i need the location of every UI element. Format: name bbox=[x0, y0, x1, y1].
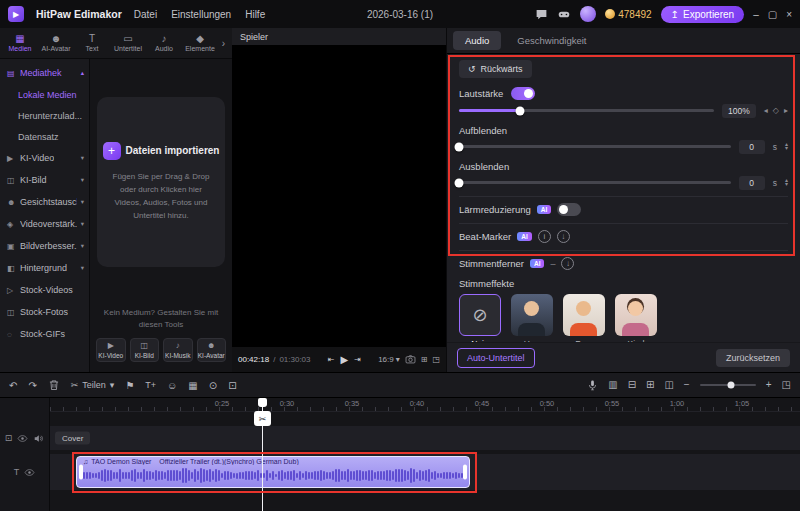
maximize-button[interactable]: ▢ bbox=[768, 9, 777, 20]
audio-clip[interactable]: ♫ TAO Demon Slayer _ Offizieller Trailer… bbox=[76, 456, 470, 488]
sticker-button[interactable]: ☺ bbox=[167, 380, 177, 391]
trim-handle-left[interactable] bbox=[79, 465, 83, 480]
minimize-button[interactable]: – bbox=[753, 9, 759, 20]
lock-track-icon[interactable]: ⊡ bbox=[5, 434, 13, 443]
sidebar-item-stock-videos[interactable]: ▷ Stock-Videos bbox=[0, 279, 89, 301]
fit-timeline-button[interactable]: ◳ bbox=[782, 379, 791, 390]
sidebar-item-stock-fotos[interactable]: ◫ Stock-Fotos bbox=[0, 301, 89, 323]
cut-at-playhead-button[interactable]: ✂ bbox=[254, 411, 271, 426]
prev-frame-button[interactable]: ⇤ bbox=[328, 355, 335, 364]
close-button[interactable]: × bbox=[786, 9, 792, 20]
mosaic-button[interactable]: ▦ bbox=[188, 380, 197, 391]
tool-ki-musik-button[interactable]: ♪ KI-Musik bbox=[163, 338, 193, 362]
timeline-zoom-slider[interactable] bbox=[700, 384, 756, 386]
tab-audio[interactable]: ♪ Audio bbox=[146, 34, 182, 52]
sidebar-item-mediathek[interactable]: ▤ Mediathek ▴ bbox=[0, 62, 89, 84]
zoom-in-button[interactable]: + bbox=[766, 379, 772, 390]
zoom-out-button[interactable]: − bbox=[684, 379, 690, 390]
tab-medien[interactable]: ▦ Medien bbox=[2, 34, 38, 52]
tool-ki-bild-button[interactable]: ◫ KI-Bild bbox=[130, 338, 160, 362]
timeline-ruler[interactable]: 0:25 0:30 0:35 0:40 0:45 0:50 0:55 1:00 … bbox=[50, 398, 800, 412]
reverse-button[interactable]: ↺ Rückwärts bbox=[459, 60, 532, 78]
player-header: Spieler bbox=[232, 28, 446, 46]
track-view-3-button[interactable]: ⊞ bbox=[646, 379, 654, 390]
sidebar-item-stock-gifs[interactable]: ◌ Stock-GIFs bbox=[0, 323, 89, 345]
download-icon[interactable]: ↓ bbox=[557, 230, 570, 243]
tab-ai-avatar[interactable]: ☻ AI-Avatar bbox=[38, 34, 74, 52]
import-dropzone[interactable]: + Dateien importieren Fügen Sie per Drag… bbox=[97, 97, 225, 267]
track-view-4-button[interactable]: ◫ bbox=[664, 379, 673, 390]
speaker-icon[interactable] bbox=[33, 429, 44, 447]
text-track-icon[interactable]: T bbox=[14, 468, 20, 477]
volume-toggle[interactable] bbox=[511, 87, 535, 100]
fullscreen-icon[interactable]: ◳ bbox=[432, 355, 440, 364]
marker-button[interactable]: ⚑ bbox=[125, 380, 134, 391]
snapshot-icon[interactable] bbox=[405, 354, 416, 365]
next-frame-button[interactable]: ⇥ bbox=[354, 355, 361, 364]
record-button[interactable]: ⊙ bbox=[209, 380, 217, 391]
trim-handle-right[interactable] bbox=[463, 465, 467, 480]
auto-subtitle-button[interactable]: Auto-Untertitel bbox=[457, 348, 535, 368]
info-icon[interactable]: i bbox=[538, 230, 551, 243]
tool-ki-video-button[interactable]: ▶ KI-Video bbox=[96, 338, 126, 362]
next-keyframe-icon[interactable]: ▸ bbox=[784, 106, 788, 115]
sidebar-item-herunterzuladen[interactable]: Herunterzulad... bbox=[0, 105, 89, 126]
tab-audio-settings[interactable]: Audio bbox=[453, 31, 501, 50]
sidebar-item-ki-video[interactable]: ▶ KI-Video ▾ bbox=[0, 147, 89, 169]
voice-effect-nein[interactable]: ⊘ Nein bbox=[459, 294, 501, 342]
cover-clip[interactable]: Cover bbox=[55, 432, 90, 445]
user-avatar[interactable] bbox=[580, 6, 596, 22]
tab-elemente[interactable]: ◆ Elemente bbox=[182, 34, 218, 52]
fade-out-slider[interactable] bbox=[459, 181, 731, 184]
menu-einstellungen[interactable]: Einstellungen bbox=[171, 9, 231, 20]
sidebar-item-videoverstaerker[interactable]: ◈ Videoverstärk... ▾ bbox=[0, 213, 89, 235]
menu-hilfe[interactable]: Hilfe bbox=[245, 9, 265, 20]
voice-effect-frau[interactable]: Frau bbox=[563, 294, 605, 342]
prev-keyframe-icon[interactable]: ◂ bbox=[764, 106, 768, 115]
grid-overlay-icon[interactable]: ⊞ bbox=[421, 355, 428, 364]
undo-button[interactable]: ↶ bbox=[9, 380, 17, 391]
volume-slider[interactable] bbox=[459, 109, 714, 112]
sidebar-item-hintergrund[interactable]: ◧ Hintergrund ▾ bbox=[0, 257, 89, 279]
coin-balance[interactable]: 478492 bbox=[605, 9, 651, 20]
fade-in-slider[interactable] bbox=[459, 145, 731, 148]
sidebar-item-ki-bild[interactable]: ◫ KI-Bild ▾ bbox=[0, 169, 89, 191]
video-preview[interactable] bbox=[232, 46, 446, 346]
track-view-2-button[interactable]: ⊟ bbox=[628, 379, 636, 390]
fade-out-stepper[interactable]: ▴ ▾ bbox=[785, 179, 788, 186]
tool-ki-avatar-button[interactable]: ☻ KI-Avatar bbox=[197, 338, 227, 362]
export-button[interactable]: ↥ Exportieren bbox=[661, 6, 745, 23]
voice-effect-herr[interactable]: Herr bbox=[511, 294, 553, 342]
voice-effect-kind[interactable]: Kind bbox=[615, 294, 657, 342]
playhead-handle[interactable] bbox=[258, 398, 267, 407]
tab-untertitel[interactable]: ▭ Untertitel bbox=[110, 34, 146, 52]
crop-button[interactable]: ⊡ bbox=[228, 380, 236, 391]
redo-button[interactable]: ↷ bbox=[28, 380, 36, 391]
step-down-icon[interactable]: ▾ bbox=[785, 147, 788, 151]
fade-in-stepper[interactable]: ▴ ▾ bbox=[785, 143, 788, 150]
step-down-icon[interactable]: ▾ bbox=[785, 183, 788, 187]
noise-reduction-toggle[interactable] bbox=[557, 203, 581, 216]
delete-button[interactable] bbox=[48, 379, 60, 391]
collapse-panel-icon[interactable]: › bbox=[222, 38, 230, 49]
eye-icon[interactable] bbox=[17, 429, 28, 447]
tab-geschwindigkeit[interactable]: Geschwindigkeit bbox=[505, 31, 598, 50]
reset-button[interactable]: Zurücksetzen bbox=[716, 349, 790, 367]
sidebar-item-datensatz[interactable]: Datensatz bbox=[0, 126, 89, 147]
sidebar-item-bildverbesserung[interactable]: ▣ Bildverbesser... ▾ bbox=[0, 235, 89, 257]
track-view-1-button[interactable]: ▥ bbox=[608, 379, 617, 390]
add-keyframe-icon[interactable]: ◇ bbox=[773, 106, 779, 115]
sidebar-item-gesichtstausch[interactable]: ☻ Gesichtstausch ▾ bbox=[0, 191, 89, 213]
feedback-chat-icon[interactable] bbox=[535, 8, 548, 21]
add-text-button[interactable]: T+ bbox=[145, 380, 156, 390]
controller-icon[interactable] bbox=[557, 8, 571, 21]
eye-icon[interactable] bbox=[24, 463, 35, 481]
split-button[interactable]: ✂ Teilen ▾ bbox=[71, 380, 115, 390]
download-icon[interactable]: ↓ bbox=[561, 257, 574, 270]
voiceover-mic-button[interactable] bbox=[587, 379, 598, 391]
sidebar-item-lokale-medien[interactable]: Lokale Medien bbox=[0, 84, 89, 105]
tab-text[interactable]: T Text bbox=[74, 34, 110, 52]
play-button[interactable]: ▶ bbox=[340, 354, 348, 365]
aspect-ratio-select[interactable]: 16:9 ▾ bbox=[378, 355, 400, 364]
menu-datei[interactable]: Datei bbox=[134, 9, 157, 20]
